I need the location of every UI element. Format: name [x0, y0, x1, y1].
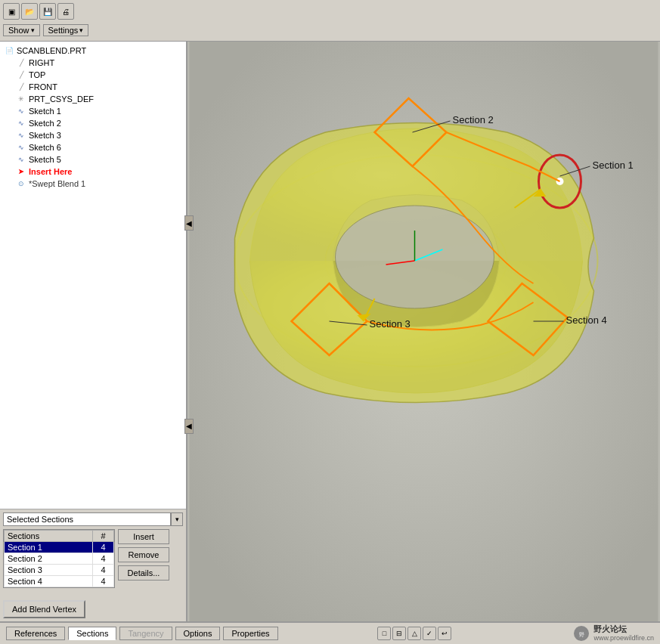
sections-table: Sections # Section 1 4 Section 2 4: [3, 529, 115, 588]
svg-text:Section 4: Section 4: [566, 314, 607, 326]
watermark-text2: www.proewildfire.cn: [593, 634, 654, 642]
section-1-label: Section 1: [5, 542, 93, 553]
tree-root[interactable]: 📄 SCANBLEND.PRT: [3, 45, 183, 57]
plane-icon: ╱: [15, 57, 27, 68]
section-row-3[interactable]: Section 3 4: [5, 565, 114, 576]
sketch-icon-6: ∿: [15, 142, 27, 153]
tree-item-csys[interactable]: ✳ PRT_CSYS_DEF: [15, 93, 183, 105]
details-button[interactable]: Details...: [118, 565, 169, 581]
insert-button[interactable]: Insert: [118, 529, 169, 544]
tree-item-sketch5[interactable]: ∿ Sketch 5: [15, 153, 183, 166]
tab-tangency: Tangency: [119, 627, 172, 640]
svg-text:Section 1: Section 1: [593, 159, 634, 171]
svg-text:野: 野: [579, 632, 584, 637]
section-3-label: Section 3: [5, 565, 93, 576]
col-sections-header: Sections: [5, 531, 93, 542]
dropdown-arrow-icon[interactable]: ▾: [171, 512, 183, 526]
csys-icon: ✳: [15, 94, 27, 104]
bottom-icon-1[interactable]: □: [377, 627, 391, 640]
bottom-icon-5[interactable]: ↩: [438, 627, 451, 640]
tree-item-right[interactable]: ╱ RIGHT: [15, 57, 183, 69]
open-icon[interactable]: 📂: [21, 3, 38, 20]
tree-label-swept: *Swept Blend 1: [29, 179, 85, 188]
feature-icon: ⊙: [15, 178, 27, 189]
show-menu[interactable]: Show: [3, 24, 40, 36]
main-area: 📄 SCANBLEND.PRT ╱ RIGHT ╱ TOP ╱ FRONT ✳ …: [0, 42, 660, 621]
collapse-arrow-top[interactable]: ◀: [184, 215, 194, 231]
icon-row: ▣ 📂 💾 🖨: [0, 0, 660, 21]
watermark-text1: 野火论坛: [593, 624, 654, 634]
tree-item-front[interactable]: ╱ FRONT: [15, 81, 183, 93]
sections-header: Selected Sections ▾: [3, 512, 183, 526]
tree-item-sketch3[interactable]: ∿ Sketch 3: [15, 129, 183, 141]
sketch-icon-2: ∿: [15, 118, 27, 128]
tree-item-swept[interactable]: ⊙ *Swept Blend 1: [15, 178, 183, 190]
toolbar: ▣ 📂 💾 🖨 Show Settings: [0, 0, 660, 42]
section-1-num: 4: [93, 542, 114, 553]
section-row-1[interactable]: Section 1 4: [5, 542, 114, 553]
section-4-num: 4: [93, 576, 114, 587]
sketch-icon-3: ∿: [15, 130, 27, 141]
tree-item-top[interactable]: ╱ TOP: [15, 69, 183, 81]
model-tree[interactable]: 📄 SCANBLEND.PRT ╱ RIGHT ╱ TOP ╱ FRONT ✳ …: [0, 42, 186, 509]
bottom-icon-4[interactable]: ✓: [423, 627, 436, 640]
svg-text:Section 2: Section 2: [453, 114, 494, 125]
add-blend-wrap: Add Blend Vertex: [3, 594, 183, 618]
tree-label-sketch5: Sketch 5: [29, 155, 61, 164]
tree-label-sketch2: Sketch 2: [29, 119, 61, 128]
new-icon[interactable]: ▣: [3, 3, 20, 20]
svg-text:Section 3: Section 3: [370, 318, 411, 330]
plane-icon-3: ╱: [15, 82, 27, 92]
collapse-arrow-bottom[interactable]: ◀: [184, 419, 194, 434]
section-row-4[interactable]: Section 4 4: [5, 576, 114, 587]
print-icon[interactable]: 🖨: [57, 3, 74, 20]
tree-label-sketch1: Sketch 1: [29, 107, 61, 116]
sketch-icon-1: ∿: [15, 106, 27, 116]
sections-dropdown[interactable]: Selected Sections: [3, 512, 171, 526]
tree-item-sketch1[interactable]: ∿ Sketch 1: [15, 105, 183, 117]
bottom-icon-2[interactable]: ⊟: [392, 627, 406, 640]
insert-icon: ➤: [15, 166, 27, 177]
3d-viewport[interactable]: Section 1 Section 2 Section 3 Section 4: [187, 42, 660, 621]
watermark: 野 野火论坛 www.proewildfire.cn: [574, 624, 654, 642]
tree-root-label: SCANBLEND.PRT: [17, 46, 86, 55]
tab-references[interactable]: References: [6, 627, 65, 640]
tree-label-front: FRONT: [29, 82, 57, 91]
section-2-label: Section 2: [5, 553, 93, 565]
tree-item-sketch6[interactable]: ∿ Sketch 6: [15, 141, 183, 153]
section-2-num: 4: [93, 553, 114, 565]
sketch-icon-5: ∿: [15, 154, 27, 165]
tree-item-sketch2[interactable]: ∿ Sketch 2: [15, 117, 183, 129]
sections-panel: Selected Sections ▾ Sections #: [0, 509, 186, 621]
part-icon: 📄: [3, 45, 15, 56]
plane-icon-2: ╱: [15, 70, 27, 80]
col-num-header: #: [93, 531, 114, 542]
tab-options[interactable]: Options: [175, 627, 221, 640]
menu-row: Show Settings: [0, 21, 660, 39]
tree-item-insert[interactable]: ➤ Insert Here: [15, 166, 183, 178]
section-buttons: Insert Remove Details...: [118, 529, 169, 588]
left-panel: 📄 SCANBLEND.PRT ╱ RIGHT ╱ TOP ╱ FRONT ✳ …: [0, 42, 187, 621]
section-3-num: 4: [93, 565, 114, 576]
bottom-bar: References Sections Tangency Options Pro…: [0, 621, 660, 644]
bottom-icon-3[interactable]: △: [407, 627, 421, 640]
section-4-label: Section 4: [5, 576, 93, 587]
add-blend-vertex-button[interactable]: Add Blend Vertex: [3, 600, 85, 618]
save-icon[interactable]: 💾: [39, 3, 56, 20]
tab-properties[interactable]: Properties: [223, 627, 277, 640]
section-row-2[interactable]: Section 2 4: [5, 553, 114, 565]
watermark-logo: 野: [574, 626, 589, 641]
tree-label-top: TOP: [29, 70, 45, 79]
settings-menu[interactable]: Settings: [43, 24, 89, 36]
tree-label-sketch6: Sketch 6: [29, 143, 61, 152]
tree-label-right: RIGHT: [29, 58, 54, 67]
tab-sections[interactable]: Sections: [68, 627, 116, 640]
sections-table-wrap: Sections # Section 1 4 Section 2 4: [3, 529, 183, 588]
tree-label-csys: PRT_CSYS_DEF: [29, 94, 94, 104]
tree-label-insert: Insert Here: [29, 167, 72, 176]
tree-label-sketch3: Sketch 3: [29, 131, 61, 140]
remove-button[interactable]: Remove: [118, 547, 169, 562]
